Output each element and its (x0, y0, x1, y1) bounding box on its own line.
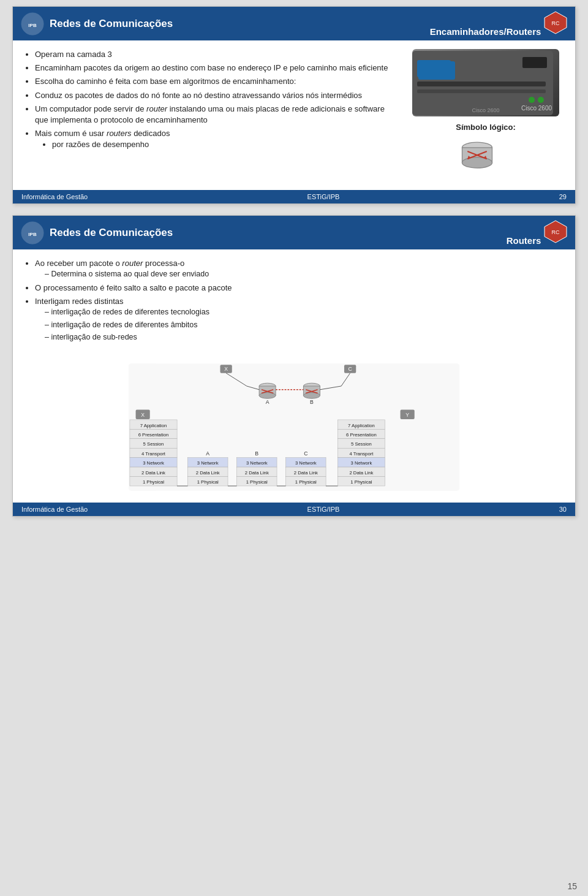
svg-text:3 Network: 3 Network (197, 460, 219, 466)
svg-text:2 Data Link: 2 Data Link (196, 469, 220, 475)
svg-point-14 (462, 158, 492, 169)
slide-1-header-left: IPB Redes de Comunicações (20, 12, 173, 36)
slide-2-body: Ao receber um pacote o router processa-o… (13, 249, 575, 496)
svg-text:6 Presentation: 6 Presentation (346, 432, 377, 438)
svg-text:1 Physical: 1 Physical (197, 479, 219, 485)
s2-bullet-2: O processamento é feito salto a salto e … (35, 283, 565, 294)
svg-text:1 Physical: 1 Physical (143, 479, 164, 485)
slide-1-header: IPB Redes de Comunicações Encaminhadores… (13, 7, 575, 40)
bullet-6: Mais comum é usar routers dedicados por … (35, 128, 396, 150)
bullet-3: Escolha do caminho é feita com base em a… (35, 76, 396, 87)
decorative-icon-1: RC (543, 10, 568, 35)
svg-text:2 Data Link: 2 Data Link (245, 469, 269, 475)
svg-text:X: X (224, 365, 228, 371)
s2-sub-2a: interligação de redes de diferentes tecn… (45, 307, 565, 318)
s2-sub-1: Determina o sistema ao qual deve ser env… (45, 269, 565, 280)
osi-diagram-svg: X C A B (129, 363, 459, 492)
svg-text:2 Data Link: 2 Data Link (349, 469, 373, 475)
svg-text:B: B (255, 450, 258, 456)
slide-1-main-list: Operam na camada 3 Encaminham pacotes da… (23, 49, 396, 151)
svg-text:C: C (304, 450, 307, 456)
svg-text:3 Network: 3 Network (143, 460, 164, 466)
slide-1-title: Redes de Comunicações (50, 18, 173, 30)
svg-text:IPB: IPB (28, 23, 37, 28)
osi-router1: 3 Network 2 Data Link 1 Physical (187, 457, 228, 485)
simbolo-section: Símbolo lógico: (456, 123, 516, 179)
slide-1-footer: Informática de Gestão ESTiG/IPB 29 (13, 190, 575, 203)
slide-1: IPB Redes de Comunicações Encaminhadores… (12, 6, 576, 204)
decorative-icon-2: RC (543, 219, 568, 244)
svg-point-9 (529, 97, 535, 103)
svg-text:Y: Y (405, 412, 409, 418)
svg-text:1 Physical: 1 Physical (350, 479, 372, 485)
slide-1-image-col: Cisco 2600 Símbolo lógico: (406, 49, 565, 179)
svg-text:2 Data Link: 2 Data Link (141, 469, 165, 475)
dot-list-1: por razões de desempenho (35, 139, 396, 150)
svg-text:B: B (310, 398, 314, 404)
page-number: 15 (567, 881, 577, 891)
footer-left-1: Informática de Gestão (21, 193, 88, 200)
footer-center-2: ESTiG/IPB (307, 506, 340, 513)
bullet-4: Conduz os pacotes de dados do nó fonte a… (35, 90, 396, 101)
svg-text:3 Network: 3 Network (351, 460, 372, 466)
slide-1-subtitle: Encaminhadores/Routers RC (430, 10, 568, 37)
svg-rect-5 (417, 60, 451, 77)
footer-right-1: 29 (559, 193, 567, 200)
slide-2-title: Redes de Comunicações (50, 227, 173, 239)
svg-text:3 Network: 3 Network (295, 460, 317, 466)
svg-text:1 Physical: 1 Physical (295, 479, 317, 485)
osi-router2: 3 Network 2 Data Link 1 Physical (236, 457, 277, 485)
svg-rect-7 (417, 89, 546, 93)
slide-2-footer: Informática de Gestão ESTiG/IPB 30 (13, 503, 575, 516)
svg-text:X: X (141, 412, 145, 418)
svg-text:1 Physical: 1 Physical (246, 479, 268, 485)
svg-text:C: C (348, 365, 352, 371)
svg-text:IPB: IPB (28, 232, 37, 237)
svg-text:6 Presentation: 6 Presentation (138, 432, 169, 438)
svg-text:2 Data Link: 2 Data Link (294, 469, 318, 475)
svg-point-10 (538, 97, 544, 103)
slide-1-content: Operam na camada 3 Encaminham pacotes da… (23, 49, 396, 179)
svg-text:4 Transport: 4 Transport (349, 450, 374, 456)
slide-2: IPB Redes de Comunicações Routers RC Ao … (12, 215, 576, 517)
svg-rect-6 (417, 82, 546, 86)
svg-text:Cisco 2600: Cisco 2600 (472, 107, 499, 113)
slide-2-header-right: Routers RC (507, 219, 568, 246)
slide-2-header: IPB Redes de Comunicações Routers RC (13, 216, 575, 249)
bullet-2: Encaminham pacotes da origem ao destino … (35, 63, 396, 74)
simbolo-label: Símbolo lógico: (456, 123, 516, 132)
slide-2-header-left: IPB Redes de Comunicações (20, 221, 173, 245)
footer-right-2: 30 (559, 506, 567, 513)
osi-left: 7 Application 6 Presentation 5 Session 4… (130, 420, 177, 486)
s2-sub-2c: interligação de sub-redes (45, 332, 565, 343)
svg-text:5 Session: 5 Session (351, 441, 372, 447)
s2-bullet-1: Ao receber um pacote o router processa-o… (35, 258, 565, 280)
institution-logo-2: IPB (20, 221, 45, 245)
svg-text:RC: RC (552, 20, 560, 26)
osi-router3: 3 Network 2 Data Link 1 Physical (286, 457, 326, 485)
svg-text:5 Session: 5 Session (143, 441, 164, 447)
svg-text:4 Transport: 4 Transport (141, 450, 166, 456)
slide-1-body: Operam na camada 3 Encaminham pacotes da… (13, 40, 575, 184)
dot-bullet-1: por razões de desempenho (52, 139, 396, 150)
s2-sub-list-1: Determina o sistema ao qual deve ser env… (35, 269, 565, 280)
svg-text:7 Application: 7 Application (348, 422, 375, 428)
svg-text:7 Application: 7 Application (140, 422, 167, 428)
svg-rect-8 (522, 57, 547, 68)
bullet-5: Um computador pode servir de router inst… (35, 104, 396, 126)
router-logical-symbol (456, 134, 499, 177)
footer-center-1: ESTiG/IPB (307, 193, 340, 200)
svg-text:3 Network: 3 Network (246, 460, 268, 466)
svg-text:A: A (266, 398, 270, 404)
s2-sub-2b: interligação de redes de diferentes âmbi… (45, 320, 565, 331)
s2-sub-list-2: interligação de redes de diferentes tecn… (35, 307, 565, 343)
svg-text:A: A (206, 450, 209, 456)
bullet-1: Operam na camada 3 (35, 49, 396, 60)
s2-bullet-3: Interligam redes distintas interligação … (35, 296, 565, 343)
osi-right: 7 Application 6 Presentation 5 Session 4… (337, 420, 385, 486)
router-photo: Cisco 2600 (412, 49, 559, 116)
slide-2-main-list: Ao receber um pacote o router processa-o… (23, 258, 565, 346)
osi-diagram-area: X C A B (23, 363, 565, 492)
institution-logo: IPB (20, 12, 45, 36)
router-image-svg: Cisco 2600 (412, 51, 553, 115)
